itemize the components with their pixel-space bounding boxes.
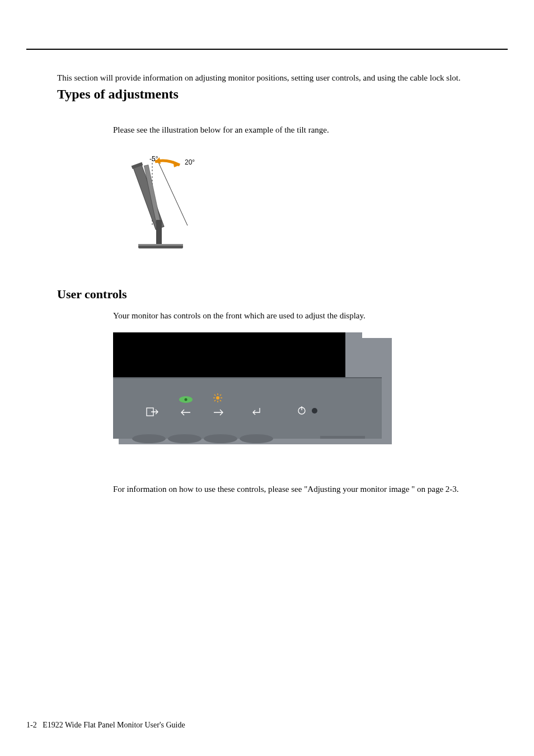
svg-rect-14 (113, 377, 382, 378)
svg-rect-12 (113, 332, 345, 377)
svg-point-23 (216, 396, 219, 400)
tilt-label-back: -5° (149, 155, 158, 163)
svg-point-15 (132, 434, 166, 443)
heading-types-of-adjustments: Types of adjustments (57, 87, 508, 102)
heading-user-controls: User controls (57, 287, 508, 302)
tilt-svg (127, 153, 239, 265)
controls-svg (113, 332, 392, 444)
intro-paragraph: This section will provide information on… (57, 72, 508, 83)
power-led (312, 408, 317, 414)
controls-illustration (113, 332, 392, 444)
svg-rect-13 (345, 332, 362, 377)
page-footer: 1-2 E1922 Wide Flat Panel Monitor User's… (26, 721, 185, 730)
user-controls-caption: Your monitor has controls on the front w… (113, 310, 508, 321)
svg-rect-19 (320, 436, 365, 439)
svg-rect-7 (156, 220, 162, 245)
svg-point-18 (240, 434, 273, 443)
footer-doc-title: E1922 Wide Flat Panel Monitor User's Gui… (43, 721, 185, 729)
svg-point-17 (204, 434, 237, 443)
user-controls-footer-ref: For information on how to use these cont… (113, 483, 508, 495)
svg-point-22 (185, 398, 188, 401)
tilt-illustration: -5° 20° (127, 153, 239, 265)
novo-vision-icon (179, 396, 193, 403)
footer-page-num: 1-2 (26, 721, 37, 729)
svg-line-1 (158, 161, 188, 226)
tilt-label-forward: 20° (185, 158, 195, 166)
tilt-caption: Please see the illustration below for an… (113, 124, 508, 135)
horizontal-rule (26, 49, 508, 50)
svg-point-16 (168, 434, 202, 443)
svg-rect-9 (138, 244, 183, 246)
brightness-icon (213, 393, 222, 402)
